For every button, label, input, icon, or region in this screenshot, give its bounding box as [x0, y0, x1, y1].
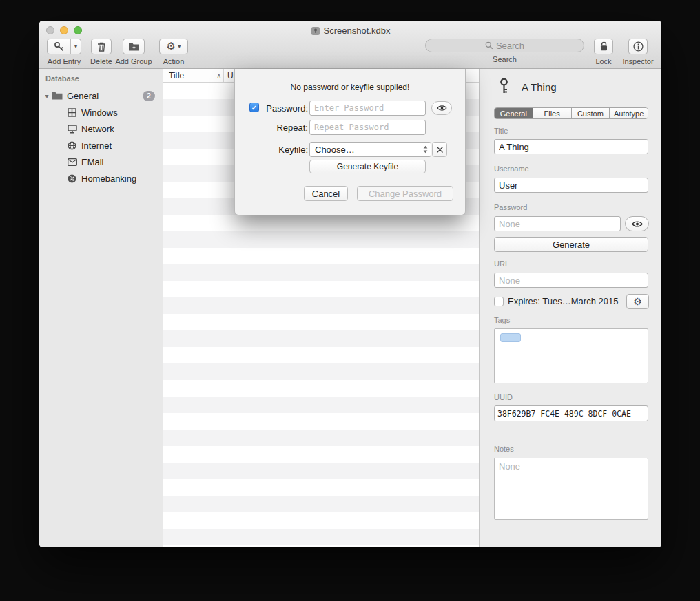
gear-icon: ⚙ — [633, 297, 642, 306]
search-group: Search Search — [425, 39, 584, 63]
key-icon — [497, 78, 511, 94]
inspector-divider — [480, 434, 661, 434]
windows-icon — [67, 108, 77, 117]
expires-row: Expires: Tues…March 2015 — [494, 296, 618, 306]
add-entry-label: Add Entry — [45, 57, 83, 65]
globe-icon — [67, 141, 77, 150]
dialog-password-label: Password: — [260, 103, 308, 114]
sidebar-group-general[interactable]: ▾ General 2 — [39, 87, 163, 104]
lock-icon — [599, 41, 608, 52]
entry-title: A Thing — [522, 81, 557, 93]
username-field[interactable] — [494, 178, 648, 193]
inspector-group: Inspector — [620, 39, 656, 65]
disclosure-triangle-icon[interactable]: ▾ — [42, 92, 52, 100]
tags-label: Tags — [494, 316, 510, 324]
inspector-panel: A Thing General Files Custom Autotype Ti… — [479, 69, 661, 547]
url-field-label: URL — [494, 260, 509, 268]
search-placeholder: Search — [496, 41, 524, 51]
tab-general[interactable]: General — [495, 108, 533, 118]
change-password-button[interactable]: Change Password — [357, 186, 453, 201]
generate-password-button[interactable]: Generate — [494, 237, 648, 252]
traffic-lights — [46, 26, 82, 34]
title-field[interactable] — [494, 139, 648, 154]
folder-icon — [52, 92, 63, 100]
dialog-repeat-input[interactable] — [309, 120, 426, 135]
add-group-button[interactable] — [123, 39, 145, 54]
window-title: Screenshot.kdbx — [324, 25, 391, 36]
eye-icon — [632, 220, 643, 228]
column-title-label: Title — [169, 71, 184, 81]
sidebar-item-homebanking[interactable]: Homebanking — [39, 170, 163, 187]
delete-group: Delete — [88, 39, 115, 65]
keyfile-popup[interactable]: Choose… — [309, 142, 431, 157]
tab-files[interactable]: Files — [533, 108, 572, 118]
expires-label: Expires: Tues…March 2015 — [508, 296, 618, 306]
search-label: Search — [425, 55, 584, 63]
close-x-icon — [436, 146, 444, 154]
notes-label: Notes — [494, 445, 514, 453]
sort-ascending-icon: ∧ — [216, 72, 221, 79]
gear-icon: ⚙ — [167, 41, 176, 52]
sidebar-item-internet[interactable]: Internet — [39, 137, 163, 154]
action-button[interactable]: ⚙ ▾ — [159, 39, 188, 54]
generate-keyfile-label: Generate Keyfile — [337, 162, 398, 171]
url-field[interactable] — [494, 273, 648, 288]
lock-button[interactable] — [594, 39, 613, 54]
password-enabled-checkbox[interactable]: ✓ — [249, 103, 259, 112]
zoom-button[interactable] — [74, 26, 82, 34]
info-icon — [633, 41, 644, 52]
sidebar-item-label: Network — [81, 124, 114, 134]
notes-field[interactable] — [494, 458, 648, 520]
cancel-button[interactable]: Cancel — [304, 186, 348, 201]
password-field-label: Password — [494, 203, 527, 211]
sidebar-item-email[interactable]: EMail — [39, 154, 163, 170]
uuid-field[interactable] — [494, 405, 648, 421]
tags-box[interactable] — [494, 328, 648, 383]
network-icon — [67, 125, 77, 134]
cancel-label: Cancel — [312, 189, 340, 199]
minimize-button[interactable] — [60, 26, 68, 34]
username-field-label: Username — [494, 165, 529, 173]
expires-checkbox[interactable] — [494, 297, 504, 306]
password-dialog: No password or keyfile supplied! ✓ Passw… — [234, 69, 466, 215]
reveal-password-button[interactable] — [625, 216, 649, 231]
check-icon: ✓ — [251, 104, 257, 112]
app-window: Screenshot.kdbx ▾ Add Entry Delete — [39, 21, 661, 547]
folder-plus-icon — [128, 42, 140, 51]
sidebar-item-label: EMail — [81, 157, 104, 167]
dialog-repeat-label: Repeat: — [260, 123, 308, 133]
delete-button[interactable] — [91, 39, 112, 54]
entry-count-badge: 2 — [143, 91, 155, 101]
action-label: Action — [158, 57, 189, 65]
popup-stepper-icon — [423, 145, 428, 154]
password-field[interactable] — [494, 216, 621, 231]
generate-label: Generate — [553, 240, 590, 250]
sidebar-item-network[interactable]: Network — [39, 120, 163, 137]
sidebar-item-windows[interactable]: Windows — [39, 104, 163, 120]
add-group-label: Add Group — [113, 57, 154, 65]
add-entry-dropdown-icon[interactable]: ▾ — [71, 39, 81, 54]
inspector-header: A Thing — [497, 78, 557, 94]
trash-icon — [96, 41, 107, 52]
clear-keyfile-button[interactable] — [432, 142, 447, 157]
close-button[interactable] — [46, 26, 54, 34]
inspector-tabs: General Files Custom Autotype — [494, 107, 648, 119]
expires-settings-button[interactable]: ⚙ — [626, 294, 649, 309]
add-entry-button[interactable]: ▾ — [47, 39, 81, 54]
dialog-reveal-password-button[interactable] — [431, 101, 452, 115]
uuid-label: UUID — [494, 393, 513, 401]
tab-custom[interactable]: Custom — [572, 108, 610, 118]
lock-label: Lock — [587, 57, 620, 65]
sidebar-item-label: Windows — [81, 107, 118, 118]
tab-autotype[interactable]: Autotype — [610, 108, 648, 118]
sidebar-item-label: Internet — [81, 140, 112, 151]
sidebar-header: Database — [39, 74, 163, 83]
column-header-title[interactable]: Title ∧ — [163, 69, 224, 82]
search-input[interactable]: Search — [425, 39, 584, 52]
tag-chip[interactable] — [500, 333, 521, 342]
dialog-password-input[interactable] — [309, 101, 426, 116]
inspector-button[interactable] — [628, 39, 648, 54]
action-group: ⚙ ▾ Action — [158, 39, 189, 65]
dialog-keyfile-label: Keyfile: — [260, 145, 308, 155]
generate-keyfile-button[interactable]: Generate Keyfile — [309, 160, 426, 173]
